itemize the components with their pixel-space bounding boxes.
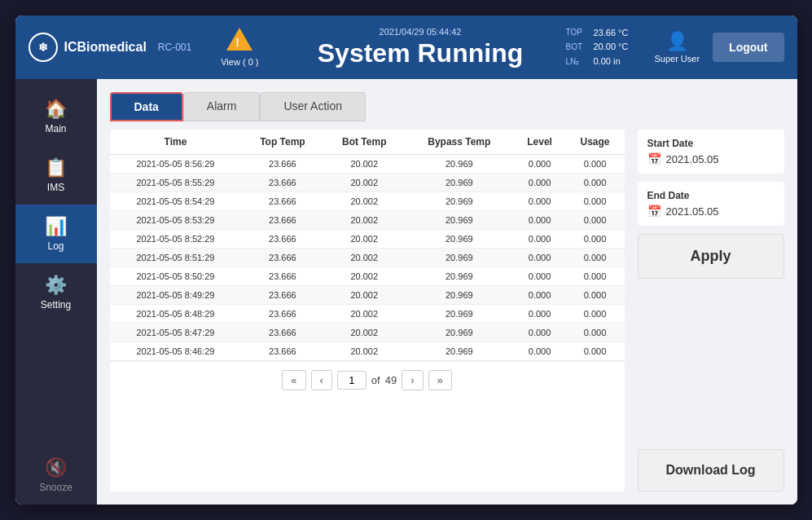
tab-bar: Data Alarm User Action [110, 92, 784, 121]
table-cell-5: 0.000 [566, 249, 625, 267]
table-cell-1: 23.666 [241, 174, 323, 192]
tab-user-action[interactable]: User Action [260, 92, 366, 121]
alert-label: View ( 0 ) [221, 57, 258, 67]
content-body: Time Top Temp Bot Temp Bypass Temp Level… [110, 130, 784, 491]
table-cell-0: 2021-05-05 8:47:29 [110, 324, 242, 342]
table-cell-2: 20.002 [324, 305, 406, 324]
table-cell-4: 0.000 [514, 192, 566, 211]
sensor-top-value: 23.66 °C [594, 26, 629, 41]
page-number-input[interactable] [337, 371, 366, 390]
table-cell-0: 2021-05-05 8:48:29 [110, 305, 242, 324]
sensor-ln2-label: LN₂ [566, 55, 589, 68]
table-row: 2021-05-05 8:49:2923.66620.00220.9690.00… [110, 286, 625, 305]
table-cell-0: 2021-05-05 8:55:29 [110, 174, 242, 192]
logo-text: ICBiomedical [64, 40, 147, 55]
table-cell-1: 23.666 [241, 324, 323, 342]
table-cell-0: 2021-05-05 8:50:29 [110, 267, 242, 286]
table-row: 2021-05-05 8:55:2923.66620.00220.9690.00… [110, 174, 625, 192]
sidebar-snooze-label: Snooze [39, 482, 72, 493]
table-cell-4: 0.000 [514, 324, 566, 342]
page-total: 49 [385, 374, 397, 386]
alert-button[interactable]: View ( 0 ) [221, 28, 258, 67]
user-icon: 👤 [666, 31, 688, 52]
sensor-bot-value: 20.00 °C [594, 40, 629, 55]
sensor-top: TOP 23.66 °C [566, 26, 629, 41]
next-page-button[interactable]: › [402, 370, 423, 390]
table-cell-5: 0.000 [566, 324, 625, 342]
sidebar-ims-label: IMS [47, 182, 64, 193]
sidebar-item-main[interactable]: 🏠 Main [15, 87, 97, 146]
ims-icon: 📋 [45, 157, 67, 178]
content-area: Data Alarm User Action Time Top Temp Bot… [97, 79, 797, 505]
start-date-text: 2021.05.05 [666, 153, 719, 165]
page-of-label: of [371, 374, 380, 386]
table-row: 2021-05-05 8:56:2923.66620.00220.9690.00… [110, 155, 625, 174]
table-cell-4: 0.000 [514, 342, 566, 361]
data-table: Time Top Temp Bot Temp Bypass Temp Level… [110, 130, 625, 361]
table-cell-0: 2021-05-05 8:46:29 [110, 342, 242, 361]
table-cell-5: 0.000 [566, 286, 625, 305]
sensor-ln2: LN₂ 0.00 in [566, 55, 629, 69]
sensor-ln2-value: 0.00 in [594, 55, 621, 69]
sidebar-log-label: Log [47, 240, 64, 252]
end-date-value[interactable]: 📅 2021.05.05 [647, 205, 775, 218]
table-cell-3: 20.969 [405, 192, 514, 211]
sidebar-item-setting[interactable]: ⚙️ Setting [15, 263, 97, 322]
setting-icon: ⚙️ [45, 275, 67, 296]
table-cell-2: 20.002 [324, 155, 406, 174]
table-cell-2: 20.002 [324, 192, 406, 211]
calendar-icon-end: 📅 [647, 205, 661, 218]
table-cell-4: 0.000 [514, 174, 566, 192]
table-cell-2: 20.002 [324, 267, 406, 286]
tab-data[interactable]: Data [110, 92, 183, 121]
table-cell-2: 20.002 [324, 211, 406, 230]
sidebar-item-ims[interactable]: 📋 IMS [15, 146, 97, 205]
download-log-button[interactable]: Download Log [638, 449, 784, 491]
table-cell-3: 20.969 [405, 267, 514, 286]
sidebar-setting-label: Setting [41, 299, 71, 311]
table-cell-4: 0.000 [514, 155, 566, 174]
table-cell-4: 0.000 [514, 211, 566, 230]
prev-page-button[interactable]: ‹ [311, 370, 332, 390]
table-cell-2: 20.002 [324, 174, 406, 192]
table-cell-5: 0.000 [566, 174, 625, 192]
table-cell-5: 0.000 [566, 155, 625, 174]
header-datetime: 2021/04/29 05:44:42 [274, 27, 565, 37]
table-cell-3: 20.969 [405, 324, 514, 342]
table-cell-0: 2021-05-05 8:51:29 [110, 249, 242, 267]
end-date-text: 2021.05.05 [666, 205, 719, 218]
table-row: 2021-05-05 8:51:2923.66620.00220.9690.00… [110, 249, 625, 267]
table-row: 2021-05-05 8:46:2923.66620.00220.9690.00… [110, 342, 625, 361]
start-date-label: Start Date [647, 138, 775, 149]
app-window: ❄ ICBiomedical RC-001 View ( 0 ) 2021/04… [15, 15, 797, 505]
tab-alarm[interactable]: Alarm [183, 92, 261, 121]
table-cell-2: 20.002 [324, 324, 406, 342]
table-cell-0: 2021-05-05 8:49:29 [110, 286, 242, 305]
apply-button[interactable]: Apply [638, 234, 784, 279]
start-date-field: Start Date 📅 2021.05.05 [638, 130, 784, 174]
start-date-value[interactable]: 📅 2021.05.05 [647, 152, 775, 165]
sidebar-item-log[interactable]: 📊 Log [15, 205, 97, 263]
logo-icon: ❄ [29, 33, 58, 62]
sidebar-item-snooze[interactable]: 🔇 Snooze [15, 446, 97, 505]
header-title-area: 2021/04/29 05:44:42 System Running [274, 27, 565, 68]
table-cell-3: 20.969 [405, 342, 514, 361]
sensor-readings: TOP 23.66 °C BOT 20.00 °C LN₂ 0.00 in [566, 26, 629, 69]
first-page-button[interactable]: « [282, 370, 305, 390]
table-cell-5: 0.000 [566, 211, 625, 230]
table-row: 2021-05-05 8:54:2923.66620.00220.9690.00… [110, 192, 625, 211]
table-cell-3: 20.969 [405, 155, 514, 174]
last-page-button[interactable]: » [428, 370, 452, 390]
right-panel: Start Date 📅 2021.05.05 End Date 📅 2021.… [638, 130, 784, 491]
sensor-top-label: TOP [566, 26, 589, 39]
home-icon: 🏠 [45, 99, 67, 120]
table-cell-1: 23.666 [241, 211, 323, 230]
table-cell-5: 0.000 [566, 342, 625, 361]
table-cell-1: 23.666 [241, 230, 323, 249]
table-cell-5: 0.000 [566, 230, 625, 249]
logo-area: ❄ ICBiomedical RC-001 [29, 33, 192, 62]
col-time: Time [110, 130, 242, 155]
table-cell-5: 0.000 [566, 305, 625, 324]
user-area: 👤 Super User [654, 31, 700, 64]
logout-button[interactable]: Logout [713, 33, 783, 62]
